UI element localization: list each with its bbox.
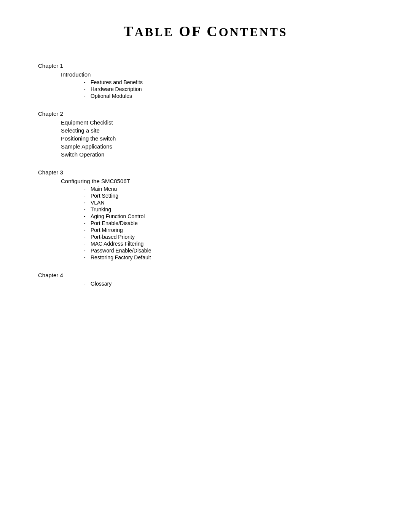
item-text: Trunking xyxy=(91,206,111,212)
chapter-2-section: Chapter 2 Equipment Checklist Selecting … xyxy=(38,110,373,158)
list-item: - Optional Modules xyxy=(84,93,373,99)
dash-icon: - xyxy=(84,86,88,92)
item-text: Aging Function Control xyxy=(91,213,145,219)
item-text: Password Enable/Disable xyxy=(91,248,151,254)
item-text: Main Menu xyxy=(91,186,117,192)
dash-icon: - xyxy=(84,213,88,219)
list-item: - Restoring Factory Default xyxy=(84,254,373,260)
list-item: - Password Enable/Disable xyxy=(84,248,373,254)
chapter-1-section: Chapter 1 Introduction - Features and Be… xyxy=(38,62,373,99)
item-text: Optional Modules xyxy=(91,93,132,99)
chapter-4-items: - Glossary xyxy=(84,281,373,287)
chapter-3-header: Configuring the SMC8506T xyxy=(61,178,373,184)
chapter-2-item-5: Switch Operation xyxy=(61,151,373,158)
chapter-1-items: - Features and Benefits - Hardware Descr… xyxy=(84,79,373,99)
item-text: Port Enable/Disable xyxy=(91,220,138,226)
list-item: - Aging Function Control xyxy=(84,213,373,219)
dash-icon: - xyxy=(84,200,88,206)
item-text: Features and Benefits xyxy=(91,79,143,85)
list-item: - Glossary xyxy=(84,281,373,287)
chapter-4-label: Chapter 4 xyxy=(38,272,373,278)
chapter-4-section: Chapter 4 - Glossary xyxy=(38,272,373,287)
item-text: Hardware Description xyxy=(91,86,142,92)
item-text: Port Setting xyxy=(91,193,118,199)
list-item: - Port Mirroring xyxy=(84,227,373,233)
list-item: - Port-based Priority xyxy=(84,234,373,240)
dash-icon: - xyxy=(84,234,88,240)
list-item: - Main Menu xyxy=(84,186,373,192)
chapter-2-item-3: Positioning the switch xyxy=(61,135,373,142)
dash-icon: - xyxy=(84,281,88,287)
chapter-1-intro: Introduction xyxy=(61,71,373,78)
chapter-1-label: Chapter 1 xyxy=(38,62,373,69)
item-text: Restoring Factory Default xyxy=(91,254,151,260)
chapter-2-item-4: Sample Applications xyxy=(61,143,373,150)
item-text: MAC Address Filtering xyxy=(91,241,143,247)
chapter-3-label: Chapter 3 xyxy=(38,169,373,176)
dash-icon: - xyxy=(84,220,88,226)
dash-icon: - xyxy=(84,186,88,192)
page: Table of Contents Chapter 1 Introduction… xyxy=(0,0,411,532)
dash-icon: - xyxy=(84,254,88,260)
dash-icon: - xyxy=(84,248,88,254)
dash-icon: - xyxy=(84,206,88,212)
dash-icon: - xyxy=(84,241,88,247)
item-text: Glossary xyxy=(91,281,112,287)
page-title: Table of Contents xyxy=(38,23,373,40)
list-item: - MAC Address Filtering xyxy=(84,241,373,247)
chapter-3-items: - Main Menu - Port Setting - VLAN - Trun… xyxy=(84,186,373,260)
list-item: - Trunking xyxy=(84,206,373,212)
item-text: VLAN xyxy=(91,200,105,206)
chapter-2-label: Chapter 2 xyxy=(38,110,373,117)
dash-icon: - xyxy=(84,227,88,233)
list-item: - Port Enable/Disable xyxy=(84,220,373,226)
item-text: Port-based Priority xyxy=(91,234,135,240)
chapter-2-item-1: Equipment Checklist xyxy=(61,119,373,126)
chapter-3-section: Chapter 3 Configuring the SMC8506T - Mai… xyxy=(38,169,373,260)
chapter-2-item-2: Selecting a site xyxy=(61,127,373,134)
list-item: - VLAN xyxy=(84,200,373,206)
list-item: - Port Setting xyxy=(84,193,373,199)
dash-icon: - xyxy=(84,79,88,85)
dash-icon: - xyxy=(84,193,88,199)
list-item: - Hardware Description xyxy=(84,86,373,92)
dash-icon: - xyxy=(84,93,88,99)
item-text: Port Mirroring xyxy=(91,227,123,233)
list-item: - Features and Benefits xyxy=(84,79,373,85)
